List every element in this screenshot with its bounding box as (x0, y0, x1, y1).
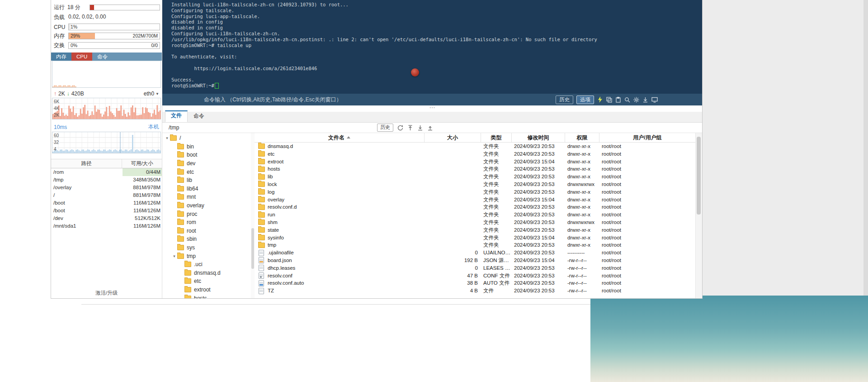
tree-item[interactable]: dnsmasq.d (162, 269, 251, 277)
tree-item[interactable]: hosts (162, 294, 251, 298)
tab-memory[interactable]: 内存 (51, 53, 71, 61)
activate-upgrade-link[interactable]: 激活/升级 (51, 290, 162, 296)
tree-item-label: overlay (187, 202, 204, 209)
download-file-icon[interactable] (417, 125, 423, 131)
file-row[interactable]: resolv.conf 47 B CONF 文件 2024/09/23 20:5… (255, 272, 695, 280)
tree-item[interactable]: boot (162, 151, 251, 159)
tree-item[interactable]: mnt (162, 193, 251, 201)
mount-row: /overlay 881M/978M (51, 184, 162, 191)
file-row[interactable]: shm 文件夹 2024/09/23 20:53 drwxrwxrwx root… (255, 219, 695, 226)
file-mtime: 2024/09/23 20:53 (511, 241, 565, 249)
copy-icon[interactable] (606, 97, 612, 103)
file-row[interactable]: etc 文件夹 2024/09/23 20:53 drwxr-xr-x root… (255, 150, 695, 158)
column-type[interactable]: 类型 (481, 133, 511, 142)
terminal-output[interactable]: Installing luci-i18n-tailscale-zh-cn (24… (162, 0, 702, 83)
column-permissions[interactable]: 权限 (565, 133, 599, 142)
tree-item[interactable]: root (162, 227, 251, 235)
file-owner: root/root (599, 196, 695, 204)
settings-gear-icon[interactable] (633, 97, 639, 103)
file-row[interactable]: dhcp.leases 0 LEASES … 2024/09/23 20:53 … (255, 264, 695, 272)
tree-scrollbar[interactable] (251, 133, 255, 298)
tree-item[interactable]: sys (162, 244, 251, 252)
file-owner: root/root (599, 257, 695, 264)
mounts-header: 路径 可用/大小 (51, 159, 162, 168)
upload-arrow-icon: ↑ (54, 91, 57, 97)
file-table-scrollbar[interactable] (695, 133, 702, 298)
file-row[interactable]: resolv.conf.auto 38 B AUTO 文件 2024/09/23… (255, 279, 695, 287)
column-size[interactable]: 大小 (424, 133, 481, 142)
file-row[interactable]: board.json 192 B JSON 源… 2024/09/23 15:0… (255, 257, 695, 264)
options-button[interactable]: 选项 (576, 96, 594, 104)
mount-size: 512K/512K (123, 215, 162, 222)
tree-item[interactable]: sbin (162, 235, 251, 244)
tree-item[interactable]: ▾ tmp (162, 252, 251, 260)
file-row[interactable]: run 文件夹 2024/09/23 20:53 drwxr-xr-x root… (255, 211, 695, 219)
path-history-button[interactable]: 历史 (377, 124, 393, 132)
file-row[interactable]: overlay 文件夹 2024/09/23 15:04 drwxr-xr-x … (255, 196, 695, 204)
file-row[interactable]: extroot 文件夹 2024/09/23 15:04 drwxr-xr-x … (255, 158, 695, 166)
file-row[interactable]: state 文件夹 2024/09/23 20:53 drwxr-xr-x ro… (255, 226, 695, 234)
tab-cpu[interactable]: CPU (71, 53, 92, 61)
path-input[interactable] (168, 124, 373, 131)
tree-item[interactable]: dev (162, 159, 251, 168)
file-row[interactable]: .ujailnoafile 0 UJAILNO… 2024/09/23 20:5… (255, 249, 695, 257)
page: 运行 18 分 负载 0.02, 0.02, 0.00 CPU 1% 内存 29 (0, 0, 868, 382)
column-owner[interactable]: 用户/用户组 (599, 133, 695, 142)
tree-item[interactable]: ▾ / (162, 134, 251, 143)
fullscreen-icon[interactable] (651, 97, 658, 103)
file-type: AUTO 文件 (481, 279, 511, 287)
history-button[interactable]: 历史 (556, 96, 573, 104)
power-lightning-icon[interactable] (597, 96, 603, 103)
tab-commands[interactable]: 命令 (188, 111, 210, 122)
tree-item-label: lib (187, 177, 192, 183)
file-row[interactable]: hosts 文件夹 2024/09/23 20:53 drwxr-xr-x ro… (255, 165, 695, 173)
file-type: 文件夹 (481, 234, 511, 242)
tree-caret-icon[interactable]: ▾ (164, 136, 170, 140)
refresh-icon[interactable] (397, 125, 403, 131)
file-row[interactable]: resolv.conf.d 文件夹 2024/09/23 20:53 drwxr… (255, 203, 695, 211)
tree-caret-icon[interactable]: ▾ (171, 254, 177, 258)
file-type: 文件夹 (481, 196, 511, 204)
file-row[interactable]: TZ 4 B 文件 2024/09/23 20:53 -rw-r--r-- ro… (255, 287, 695, 295)
file-row[interactable]: tmp 文件夹 2024/09/23 20:53 drwxr-xr-x root… (255, 241, 695, 249)
tree-item[interactable]: lib (162, 176, 251, 185)
mount-path: /dev (53, 215, 123, 222)
upload-file-icon[interactable] (427, 125, 433, 131)
tree-item[interactable]: etc (162, 167, 251, 176)
file-size (424, 181, 481, 188)
download-icon[interactable] (642, 97, 648, 103)
tree-item-label: lib64 (187, 186, 198, 192)
tab-command[interactable]: 命令 (92, 53, 113, 61)
terminal[interactable]: Installing luci-i18n-tailscale-zh-cn (24… (162, 0, 702, 105)
file-permissions: -rw-r--r-- (565, 272, 599, 280)
file-row[interactable]: sysinfo 文件夹 2024/09/23 15:04 drwxr-xr-x … (255, 234, 695, 242)
file-type-icon (258, 227, 265, 233)
file-type: 文件夹 (481, 150, 511, 158)
file-permissions: -rw-r--r-- (565, 257, 599, 264)
tree-item[interactable]: proc (162, 210, 251, 218)
file-name: TZ (268, 287, 274, 295)
tree-item[interactable]: overlay (162, 201, 251, 210)
tree-item[interactable]: lib64 (162, 185, 251, 193)
tree-item[interactable]: .uci (162, 260, 251, 269)
parent-directory-icon[interactable] (407, 125, 413, 131)
tree-item[interactable]: etc (162, 277, 251, 286)
resize-handle[interactable]: ⋯ (162, 105, 702, 112)
ping-target-link[interactable]: 本机 (148, 123, 159, 131)
file-row[interactable]: lock 文件夹 2024/09/23 20:53 drwxrwxrwx roo… (255, 181, 695, 188)
page-divider (81, 304, 590, 305)
paste-icon[interactable] (615, 97, 621, 103)
column-mtime[interactable]: 修改时间 (511, 133, 565, 142)
interface-select[interactable]: eth0 ▼ (144, 91, 159, 97)
tree-item[interactable]: extroot (162, 286, 251, 294)
file-type: 文件夹 (481, 219, 511, 226)
tree-item[interactable]: bin (162, 143, 251, 151)
file-row[interactable]: log 文件夹 2024/09/23 20:53 drwxr-xr-x root… (255, 188, 695, 196)
column-filename[interactable]: 文件名 (255, 133, 424, 142)
file-row[interactable]: dnsmasq.d 文件夹 2024/09/23 20:53 drwxr-xr-… (255, 143, 695, 150)
command-input-hint[interactable]: 命令输入 （Ctrl切换,Alt历史,Tab路径/命令,Esc关闭窗口） (204, 96, 342, 104)
file-row[interactable]: lib 文件夹 2024/09/23 20:53 drwxr-xr-x root… (255, 173, 695, 181)
tab-files[interactable]: 文件 (165, 110, 188, 122)
tree-item[interactable]: rom (162, 218, 251, 227)
search-icon[interactable] (624, 97, 630, 103)
